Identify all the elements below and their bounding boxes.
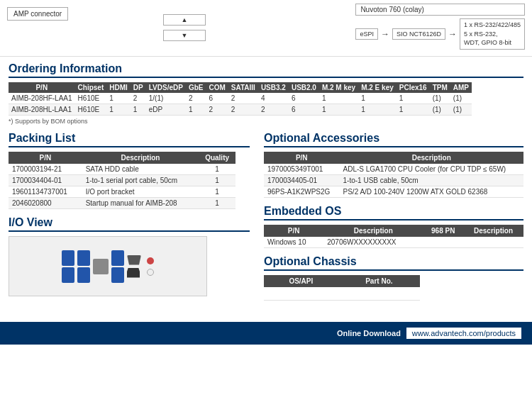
os-col-desc: Description	[323, 225, 423, 237]
table-row: AIMB-208HF-LAA1 H610E 1 2 1/(1) 2 6 2 4 …	[9, 93, 472, 104]
main-content: Ordering Information P/N Chipset HDMI DP…	[0, 57, 532, 315]
cell-gbe-1: 2	[186, 93, 206, 104]
table-row: AIMB-208HL-LAA1 H610E 1 1 eDP 1 2 2 2 6 …	[9, 104, 472, 116]
arrow-right-sio: →	[381, 29, 389, 39]
cell-usb32-2: 2	[258, 104, 289, 116]
nuvoton-box: Nuvoton 760 (colay)	[355, 4, 525, 16]
pack-desc-3: I/O port bracket	[82, 186, 199, 198]
dp-port	[127, 255, 141, 265]
pack-desc-1: SATA HDD cable	[82, 164, 199, 175]
table-row: 2046020800 Startup manual for AIMB-208 1	[9, 198, 235, 209]
os-thead: P/N Description 968 PN Description	[264, 225, 523, 237]
cell-pn-2: AIMB-208HL-LAA1	[9, 104, 75, 116]
audio-port-red	[147, 257, 154, 264]
accessories-header-row: P/N Description	[264, 152, 523, 164]
cell-sata-2: 2	[228, 104, 258, 116]
cell-tpm-2: (1)	[430, 104, 450, 116]
col-chipset: Chipset	[75, 82, 107, 93]
col-dp: DP	[131, 82, 146, 93]
cell-dp-2: 1	[131, 104, 146, 116]
cell-m2m-2: 1	[319, 104, 358, 116]
right-column: Optional Accessories P/N Description 197…	[264, 132, 523, 308]
pack-qty-3: 1	[199, 186, 235, 198]
cell-lvds-2: eDP	[146, 104, 186, 116]
packing-tbody: 1700003194-21 SATA HDD cable 1 170003440…	[9, 164, 235, 209]
io-section: I/O View	[9, 216, 250, 296]
col-pciex16: PCIex16	[397, 82, 430, 93]
os-col-968pn: 968 PN	[423, 225, 463, 237]
sio-box: SIO NCT6126D	[392, 28, 445, 40]
accessories-section: Optional Accessories P/N Description 197…	[264, 132, 523, 198]
cell-com-1: 6	[206, 93, 228, 104]
cell-m2e-2: 1	[358, 104, 397, 116]
chassis-header-row: OS/API Part No.	[264, 275, 420, 287]
packing-section: Packing List P/N Description Quality 170…	[9, 132, 250, 209]
chassis-section: Optional Chassis OS/API Part No.	[264, 255, 523, 301]
pack-pn-4: 2046020800	[9, 198, 82, 209]
acc-pn-2: 1700034405-01	[264, 175, 340, 186]
os-pn-1: Windows 10	[264, 237, 323, 248]
cell-com-2: 2	[206, 104, 228, 116]
col-m2m: M.2 M key	[319, 82, 358, 93]
os-col-desc2: Description	[463, 225, 523, 237]
arrow-right-rs: →	[448, 29, 457, 39]
usb3-port	[111, 250, 124, 266]
ordering-tbody: AIMB-208HF-LAA1 H610E 1 2 1/(1) 2 6 2 4 …	[9, 93, 472, 116]
diagram-right: Nuvoton 760 (colay) eSPI → SIO NCT6126D …	[355, 4, 525, 50]
chassis-col-osapi: OS/API	[264, 275, 338, 287]
ordering-table: P/N Chipset HDMI DP LVDS/eDP GbE COM SAT…	[9, 82, 472, 116]
table-row: 19601134737001 I/O port bracket 1	[9, 186, 235, 198]
top-diagram: AMP connector ▲ ▼ Nuvoton 760 (colay) eS…	[0, 0, 532, 57]
espi-box: eSPI	[355, 28, 378, 40]
col-usb32: USB3.2	[258, 82, 289, 93]
footer-url: www.advantech.com/products	[406, 328, 521, 339]
table-row: 96PS-A1K2WPS2G PS/2 A/D 100-240V 1200W A…	[264, 186, 523, 198]
pack-qty-2: 1	[199, 175, 235, 186]
ordering-section: Ordering Information P/N Chipset HDMI DP…	[9, 62, 523, 125]
accessories-title: Optional Accessories	[264, 132, 523, 147]
table-row: 1700034404-01 1-to-1 serial port cable, …	[9, 175, 235, 186]
cell-usb20-2: 6	[289, 104, 319, 116]
usb3-port	[111, 267, 124, 283]
cell-chipset-2: H610E	[75, 104, 107, 116]
two-col-section: Packing List P/N Description Quality 170…	[9, 132, 523, 308]
acc-col-pn: P/N	[264, 152, 340, 164]
table-row: Windows 10 20706WXXXXXXXXX	[264, 237, 523, 248]
pack-col-pn: P/N	[9, 152, 82, 164]
cell-m2e-1: 1	[358, 93, 397, 104]
col-gbe: GbE	[186, 82, 206, 93]
cell-sata-1: 2	[228, 93, 258, 104]
acc-desc-1: ADL-S LGA1700 CPU Cooler (for CPU TDP ≤ …	[340, 164, 523, 175]
cell-pn-1: AIMB-208HF-LAA1	[9, 93, 75, 104]
cell-hdmi-1: 1	[106, 93, 131, 104]
usb-port	[77, 267, 90, 283]
col-hdmi: HDMI	[106, 82, 131, 93]
pack-pn-1: 1700003194-21	[9, 164, 82, 175]
cell-usb32-1: 4	[258, 93, 289, 104]
rj45-port	[93, 259, 109, 274]
col-com: COM	[206, 82, 228, 93]
diagram-left: AMP connector	[7, 7, 68, 21]
col-amp: AMP	[450, 82, 472, 93]
ordering-title: Ordering Information	[9, 62, 523, 78]
cell-pcie-2: 1	[397, 104, 430, 116]
center-arrow-down: ▼	[182, 32, 188, 39]
col-usb20: USB2.0	[289, 82, 319, 93]
os-desc-1: 20706WXXXXXXXXX	[323, 237, 423, 248]
hdmi-port	[127, 268, 140, 278]
amp-connector-box: AMP connector	[7, 7, 68, 21]
os-968pn-1	[423, 237, 463, 248]
os-desc2-1	[463, 237, 523, 248]
chassis-thead: OS/API Part No.	[264, 275, 420, 287]
embedded-os-section: Embedded OS P/N Description 968 PN Descr…	[264, 205, 523, 248]
ordering-note: *) Supports by BOM options	[9, 118, 523, 125]
accessories-tbody: 1970005349T001 ADL-S LGA1700 CPU Cooler …	[264, 164, 523, 198]
cell-usb20-1: 6	[289, 93, 319, 104]
center-arrow-up: ▲	[182, 16, 188, 23]
cell-tpm-1: (1)	[430, 93, 450, 104]
acc-desc-2: 1-to-1 USB cable, 50cm	[340, 175, 523, 186]
accessories-thead: P/N Description	[264, 152, 523, 164]
embedded-os-title: Embedded OS	[264, 205, 523, 220]
packing-title: Packing List	[9, 132, 250, 147]
io-title: I/O View	[9, 216, 250, 232]
